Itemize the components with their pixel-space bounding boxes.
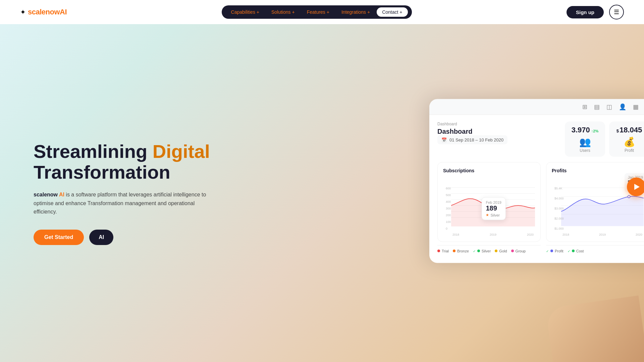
legend-group: Group (511, 249, 526, 253)
sub-legend: Trial Bronze ✓ Silver Gold (437, 245, 541, 256)
nav-solutions[interactable]: Solutions + (266, 7, 300, 17)
kpi-row: 3.970 ↑2% 👥 Users $ 18.045 💰 Profit (565, 122, 644, 157)
hero-buttons: Get Started AI (34, 230, 315, 245)
kpi-users-badge: ↑2% (591, 129, 598, 133)
play-button[interactable] (627, 178, 644, 196)
legend-silver: ✓ Silver (473, 249, 491, 253)
toolbar-user-icon[interactable]: 👤 (619, 103, 626, 111)
signup-button[interactable]: Sign up (567, 6, 604, 18)
nav-integrations[interactable]: Integrations + (336, 7, 375, 17)
date-filter[interactable]: 📅 01 Sep 2018 – 10 Feb 2020 (437, 135, 507, 144)
legend-gold: Gold (495, 249, 507, 253)
legend-silver-label: Silver (482, 249, 491, 253)
nav-contact[interactable]: Contact + (377, 7, 408, 17)
navbar: ✦ scalenowAI Capabilities + Solutions + … (0, 0, 644, 24)
menu-button[interactable]: ☰ (609, 5, 624, 19)
legend-cost-label: Cost (576, 249, 584, 253)
legend-profit: ✓ Profit (546, 249, 564, 253)
hero-section: Streamlining Digital Transformation scal… (0, 0, 644, 362)
profits-chart: Profits $5.4K$4.000$3.000$2.000$1.000 (546, 162, 644, 242)
toolbar-table-icon[interactable]: ▦ (633, 103, 639, 111)
kpi-profit-value: 18.045 (620, 126, 642, 134)
legend-trial: Trial (437, 249, 449, 253)
tooltip-value: 189 (486, 204, 501, 212)
logo-icon: ✦ (20, 8, 26, 16)
sub-tooltip: Feb 2019 189 ★ Silver (481, 197, 505, 220)
dashboard-panel: ⊞ ▤ ◫ 👤 ▦ ⚙ Dashboard Dashboard 📅 01 Sep… (429, 99, 644, 263)
kpi-users-value: 3.970 (572, 126, 590, 134)
toolbar-chart-icon[interactable]: ◫ (606, 103, 612, 111)
legend-cost: ✓ Cost (568, 249, 584, 253)
tooltip-date: Feb 2019 (486, 200, 501, 204)
hero-description: scalenow AI is a software platform that … (34, 190, 208, 216)
panel-header: Dashboard Dashboard 📅 01 Sep 2018 – 10 F… (437, 122, 644, 157)
hero-content: Streamlining Digital Transformation scal… (0, 121, 335, 265)
legend-trial-label: Trial (442, 249, 449, 253)
kpi-profit-icon: 💰 (614, 136, 644, 147)
charts-row: Subscriptions 6005004003002001000 (437, 162, 644, 242)
profits-title: Profits (552, 168, 644, 173)
legend-bronze: Bronze (453, 249, 469, 253)
hero-title: Streamlining Digital Transformation (34, 141, 315, 182)
toolbar-grid-icon[interactable]: ⊞ (582, 103, 587, 111)
panel-body: Dashboard Dashboard 📅 01 Sep 2018 – 10 F… (429, 115, 644, 263)
play-icon (634, 184, 640, 190)
profit-y-labels: $5.4K$4.000$3.000$2.000$1.000 (554, 187, 564, 230)
nav-right: Sign up ☰ (567, 5, 624, 19)
panel-title: Dashboard (437, 128, 507, 135)
svg-point-12 (628, 195, 630, 198)
subscriptions-title: Subscriptions (443, 168, 535, 173)
profit-legend: ✓ Profit ✓ Cost (546, 245, 644, 256)
tooltip-tag: ★ Silver (486, 213, 501, 217)
legend-group-label: Group (516, 249, 526, 253)
toolbar-card-icon[interactable]: ▤ (594, 103, 600, 111)
kpi-profit-dollar: $ (616, 128, 619, 133)
panel-toolbar: ⊞ ▤ ◫ 👤 ▦ ⚙ (429, 99, 644, 115)
kpi-profit-label: Profit (614, 148, 644, 153)
legend-gold-label: Gold (499, 249, 507, 253)
get-started-button[interactable]: Get Started (34, 230, 84, 245)
legend-bronze-label: Bronze (457, 249, 469, 253)
ai-button[interactable]: AI (89, 230, 113, 245)
logo[interactable]: ✦ scalenowAI (20, 8, 67, 16)
subscriptions-chart: Subscriptions 6005004003002001000 (437, 162, 541, 242)
breadcrumb: Dashboard (437, 122, 507, 126)
kpi-users-card: 3.970 ↑2% 👥 Users (565, 122, 605, 157)
nav-links: Capabilities + Solutions + Features + In… (222, 5, 412, 19)
nav-features[interactable]: Features + (302, 7, 335, 17)
logo-text: scalenowAI (28, 8, 67, 16)
sub-x-labels: 201820192020 (451, 233, 535, 236)
sub-y-labels: 6005004003002001000 (446, 187, 451, 230)
legends-container: Trial Bronze ✓ Silver Gold (437, 242, 644, 256)
nav-capabilities[interactable]: Capabilities + (226, 7, 265, 17)
kpi-profit-card: $ 18.045 💰 Profit (609, 122, 644, 157)
legend-profit-label: Profit (555, 249, 564, 253)
profit-x-labels: 201820192020 (561, 233, 644, 236)
kpi-users-icon: 👥 (570, 136, 600, 147)
date-range-text: 01 Sep 2018 – 10 Feb 2020 (449, 137, 503, 142)
kpi-users-label: Users (570, 148, 600, 153)
